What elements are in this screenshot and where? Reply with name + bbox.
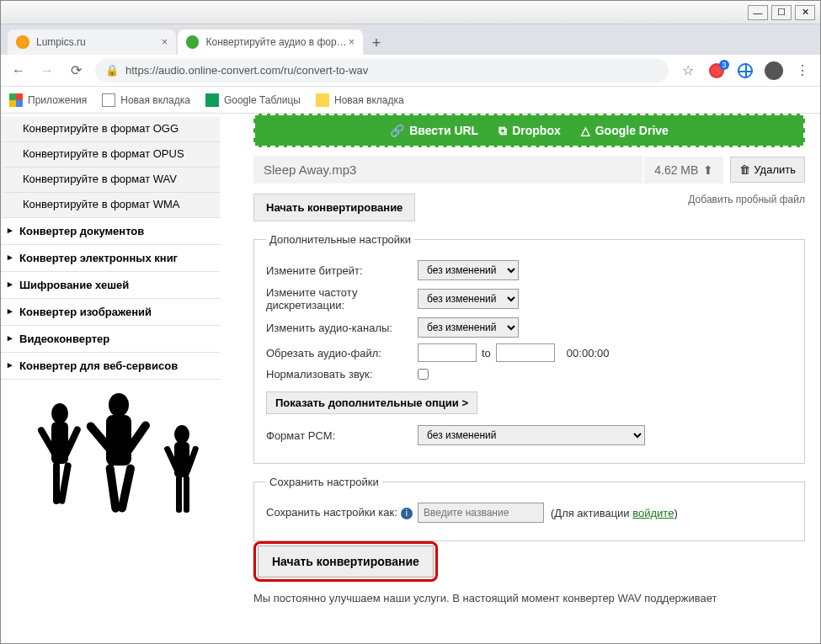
upload-dropbox-button[interactable]: ⧉Dropbox <box>498 124 561 138</box>
upload-options-bar: 🔗Ввести URL ⧉Dropbox △Google Drive <box>253 114 805 147</box>
footer-text: Мы постоянно улучшаем наши услуги. В нас… <box>253 592 805 604</box>
frequency-select[interactable]: без изменений <box>418 289 519 309</box>
info-icon[interactable]: i <box>401 508 413 519</box>
favicon-icon <box>16 35 29 49</box>
trim-to-input[interactable] <box>496 343 555 362</box>
window-maximize[interactable]: ☐ <box>771 5 792 20</box>
window-titlebar: — ☐ ✕ <box>1 1 820 24</box>
sidebar-cat-web[interactable]: Конвертер для веб-сервисов <box>1 353 220 380</box>
sidebar-cat-hash[interactable]: Шифрование хешей <box>1 272 220 299</box>
save-name-input[interactable] <box>418 503 544 523</box>
sidebar-cat-video[interactable]: Видеоконвертер <box>1 326 220 353</box>
svg-rect-11 <box>117 463 136 513</box>
bitrate-label: Измените битрейт: <box>266 264 418 277</box>
add-trial-file-link[interactable]: Добавить пробный файл <box>688 194 805 205</box>
bookmark-apps[interactable]: Приложения <box>9 93 87 107</box>
frequency-label: Измените частоту дискретизации: <box>266 286 418 311</box>
bookmark-sheets[interactable]: Google Таблицы <box>205 93 301 107</box>
sidebar-image <box>9 388 211 531</box>
window-minimize[interactable]: — <box>748 5 768 20</box>
svg-rect-7 <box>106 415 131 466</box>
trim-label: Обрезать аудио-файл: <box>266 347 418 359</box>
bookmark-newtab1[interactable]: Новая вкладка <box>102 93 190 107</box>
svg-rect-10 <box>105 463 120 513</box>
trim-to-label: to <box>482 347 491 359</box>
activation-text: (Для активации войдите) <box>551 507 678 519</box>
save-settings-fieldset: Сохранить настройки Сохранить настройки … <box>253 476 805 541</box>
show-more-options-button[interactable]: Показать дополнительные опции > <box>266 391 477 414</box>
bookmarks-bar: Приложения Новая вкладка Google Таблицы … <box>1 87 820 114</box>
normalize-checkbox[interactable] <box>418 369 429 380</box>
address-bar: ← → ⟳ 🔒 https://audio.online-convert.com… <box>1 55 820 87</box>
trim-from-input[interactable] <box>418 343 477 362</box>
svg-rect-1 <box>51 422 68 464</box>
trash-icon: 🗑 <box>739 163 750 176</box>
main-panel: 🔗Ввести URL ⧉Dropbox △Google Drive Sleep… <box>220 114 820 644</box>
new-tab-button[interactable]: + <box>365 31 388 55</box>
login-link[interactable]: войдите <box>632 507 674 519</box>
gdrive-icon: △ <box>581 124 590 137</box>
browser-tabbar: Lumpics.ru × Конвертируйте аудио в форма… <box>1 24 820 55</box>
page-icon <box>102 93 115 107</box>
upload-icon: ⬆ <box>703 163 713 177</box>
sidebar-item-opus[interactable]: Конвертируйте в формат OPUS <box>1 142 220 168</box>
extension-opera-icon[interactable] <box>707 61 726 80</box>
normalize-label: Нормализовать звук: <box>266 368 418 381</box>
sheets-icon <box>205 93 219 107</box>
svg-point-12 <box>174 425 189 444</box>
window-close[interactable]: ✕ <box>795 5 815 20</box>
file-size: 4.62 MB⬆ <box>644 157 723 184</box>
sidebar-item-wav[interactable]: Конвертируйте в формат WAV <box>1 168 220 193</box>
tab-close-icon[interactable]: × <box>349 36 355 48</box>
highlight-annotation: Начать конвертирование <box>253 541 438 582</box>
sidebar: Конвертируйте в формат OGG Конвертируйте… <box>1 114 220 644</box>
sidebar-item-ogg[interactable]: Конвертируйте в формат OGG <box>1 117 220 142</box>
lock-icon: 🔒 <box>105 64 119 77</box>
page-icon <box>316 93 329 107</box>
pcm-select[interactable]: без изменений <box>418 425 645 445</box>
sidebar-cat-docs[interactable]: Конвертер документов <box>1 218 220 245</box>
nav-reload-button[interactable]: ⟳ <box>67 61 85 80</box>
bookmark-star-icon[interactable]: ☆ <box>679 61 697 80</box>
upload-url-button[interactable]: 🔗Ввести URL <box>390 124 478 137</box>
browser-tab-lumpics[interactable]: Lumpics.ru × <box>8 29 176 55</box>
svg-rect-4 <box>53 462 60 504</box>
sidebar-cat-ebook[interactable]: Конвертер электронных книг <box>1 245 220 272</box>
link-icon: 🔗 <box>390 124 404 137</box>
svg-rect-16 <box>176 476 182 513</box>
dropbox-icon: ⧉ <box>498 124 507 138</box>
upload-gdrive-button[interactable]: △Google Drive <box>581 124 669 137</box>
nav-back-button[interactable]: ← <box>9 61 28 80</box>
svg-rect-5 <box>58 461 72 504</box>
browser-menu-button[interactable]: ⋮ <box>793 61 812 80</box>
extension-globe-icon[interactable] <box>736 61 754 80</box>
tab-close-icon[interactable]: × <box>162 36 168 48</box>
page-content: Конвертируйте в формат OGG Конвертируйте… <box>1 114 820 644</box>
trim-time-display: 00:00:00 <box>567 347 610 359</box>
browser-tab-convert[interactable]: Конвертируйте аудио в формат × <box>178 29 363 55</box>
bitrate-select[interactable]: без изменений <box>418 260 519 280</box>
nav-forward-button[interactable]: → <box>38 61 56 80</box>
favicon-icon <box>186 35 199 49</box>
start-convert-button-bottom[interactable]: Начать конвертирование <box>258 546 434 577</box>
delete-file-button[interactable]: 🗑Удалить <box>730 157 805 183</box>
url-text: https://audio.online-convert.com/ru/conv… <box>125 64 368 77</box>
url-input[interactable]: 🔒 https://audio.online-convert.com/ru/co… <box>95 59 669 82</box>
pcm-label: Формат PCM: <box>266 429 418 442</box>
save-settings-legend: Сохранить настройки <box>266 476 382 488</box>
svg-point-6 <box>109 393 129 417</box>
sidebar-cat-img[interactable]: Конвертер изображений <box>1 299 220 326</box>
bookmark-newtab2[interactable]: Новая вкладка <box>316 93 404 107</box>
advanced-settings-fieldset: Дополнительные настройки Измените битрей… <box>253 233 805 464</box>
profile-avatar[interactable] <box>765 61 783 80</box>
channels-label: Изменить аудио-каналы: <box>266 322 418 334</box>
svg-rect-17 <box>184 476 189 513</box>
channels-select[interactable]: без изменений <box>418 317 519 338</box>
file-row: Sleep Away.mp3 4.62 MB⬆ 🗑Удалить <box>253 156 805 184</box>
start-convert-button-top[interactable]: Начать конвертирование <box>253 194 415 221</box>
advanced-settings-legend: Дополнительные настройки <box>266 233 414 246</box>
tab-title: Конвертируйте аудио в формат <box>205 36 349 48</box>
apps-icon <box>9 93 23 107</box>
sidebar-item-wma[interactable]: Конвертируйте в формат WMA <box>1 193 220 218</box>
tab-title: Lumpics.ru <box>36 36 86 48</box>
